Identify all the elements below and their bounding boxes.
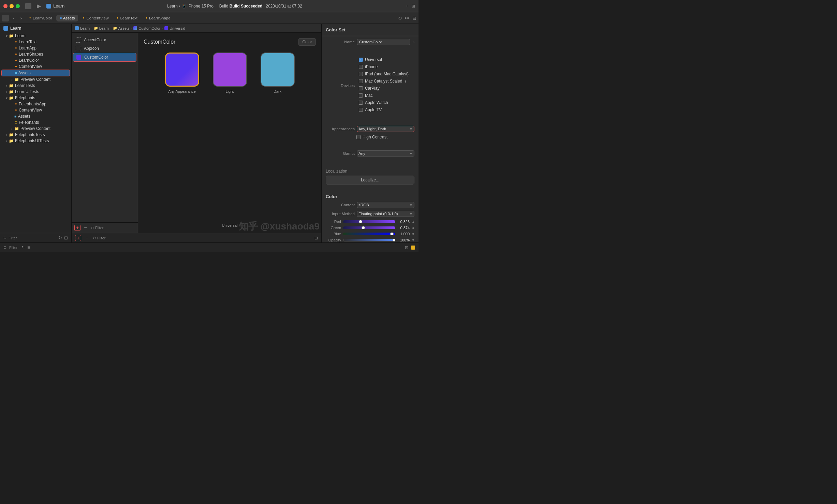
tab-learnshape[interactable]: ✦ LearnShape <box>142 15 174 21</box>
asset-item-accentcolor[interactable]: AccentColor <box>73 36 136 44</box>
checkbox-carplay[interactable] <box>359 86 363 90</box>
sidebar-item-learntests[interactable]: › 📁 LearnTests <box>1 83 70 89</box>
canvas-header: CustomColor Color <box>144 38 316 46</box>
remove-asset-button[interactable]: − <box>83 225 89 231</box>
green-stepper[interactable]: ⬍ <box>412 226 414 230</box>
inspector-toggle-icon[interactable]: ⊟ <box>412 15 416 21</box>
more-tabs-icon[interactable]: ••• <box>405 15 410 21</box>
project-nav-icon[interactable] <box>2 15 9 21</box>
color-section-title: Color <box>326 194 414 199</box>
checkbox-universal[interactable] <box>359 58 363 62</box>
breadcrumb-sep2: › <box>110 26 112 30</box>
title-bar: ▶ Learn Learn › 📱 iPhone 15 Pro Build Bu… <box>0 0 418 12</box>
tab-assets[interactable]: ■ Assets <box>56 15 78 21</box>
sidebar-item-learncolor[interactable]: ✦ LearnColor <box>1 57 70 63</box>
checkbox-iphone[interactable] <box>359 65 363 69</box>
status-add-icon[interactable]: ↻ <box>21 245 25 250</box>
sidebar-item-learn-folder[interactable]: ▾ 📁 Learn <box>1 33 70 39</box>
tab-contentview[interactable]: ✦ ContentView <box>79 15 112 21</box>
device-label-apple-watch: Apple Watch <box>365 100 388 105</box>
color-button[interactable]: Color <box>298 38 316 46</box>
breadcrumb-label-assets: Assets <box>118 26 130 30</box>
localize-button[interactable]: Localize... <box>326 176 414 184</box>
refresh-icon[interactable]: ⟲ <box>398 15 402 21</box>
maximize-button[interactable] <box>16 4 20 8</box>
opacity-slider[interactable] <box>343 239 395 241</box>
breadcrumb-item-assets[interactable]: 📁 Assets <box>113 26 130 30</box>
input-method-label: Input Method <box>326 212 355 216</box>
minimize-button[interactable] <box>10 4 14 8</box>
forward-button[interactable]: › <box>18 15 25 21</box>
sidebar-item-contentview[interactable]: ✦ ContentView <box>1 63 70 70</box>
red-slider[interactable] <box>343 220 395 223</box>
swatch-light: Light <box>213 53 247 93</box>
sidebar-label-felephantsuitests: FelephantsUITests <box>15 138 49 143</box>
tab-learcolor[interactable]: ✦ LearnColor <box>25 15 56 21</box>
breadcrumb-item-learn2[interactable]: 📁 Learn <box>94 26 109 30</box>
sidebar-settings-icon[interactable]: ⊞ <box>64 235 68 240</box>
green-value: 0.374 <box>397 226 410 230</box>
color-canvas: CustomColor Color Any Appearance Light D… <box>138 33 321 233</box>
yellow-status-icon[interactable] <box>411 246 415 250</box>
red-stepper[interactable]: ⬍ <box>412 220 414 224</box>
checkbox-mac[interactable] <box>359 93 363 98</box>
sidebar-add-icon[interactable]: ↻ <box>58 235 62 240</box>
asset-filter[interactable]: ⊙ Filter <box>91 226 103 230</box>
sidebar-item-felephants[interactable]: ▾ 📁 Felephants <box>1 95 70 101</box>
breadcrumb-item-learn1[interactable]: Learn <box>75 26 90 30</box>
bottom-add-button[interactable]: + <box>75 235 81 241</box>
swatch-light-box[interactable] <box>213 53 247 87</box>
sidebar-item-preview-content[interactable]: › 📁 Preview Content <box>1 76 70 83</box>
name-input[interactable]: CustomColor <box>357 39 410 45</box>
blue-stepper[interactable]: ⬍ <box>412 232 414 236</box>
input-method-select[interactable]: Floating point (0.0-1.0) ▼ <box>357 211 414 217</box>
high-contrast-row: High Contrast <box>356 135 414 139</box>
bottom-filter[interactable]: ⊙ Filter <box>93 236 105 240</box>
checkbox-mac-catalyst[interactable] <box>359 79 363 83</box>
swatch-any-appearance-box[interactable] <box>165 53 199 87</box>
sidebar-item-felephantstests[interactable]: › 📁 FelephantsTests <box>1 132 70 138</box>
play-button[interactable]: ▶ <box>37 3 41 9</box>
close-button[interactable] <box>3 4 8 8</box>
sidebar-item-learnuitests[interactable]: › 📁 LearnUITests <box>1 89 70 95</box>
green-slider[interactable] <box>343 226 395 229</box>
asset-item-customcolor[interactable]: CustomColor <box>73 53 136 62</box>
swatch-dark-box[interactable] <box>261 53 295 87</box>
customcolor-label: CustomColor <box>84 55 108 60</box>
sidebar-item-felephantsapp[interactable]: ✦ FelephantsApp <box>1 101 70 107</box>
sidebar-item-felephants-item[interactable]: ⊡ Felephants <box>1 119 70 125</box>
sidebar-item-learntext[interactable]: ✦ LearnText <box>1 39 70 45</box>
add-asset-button[interactable]: + <box>74 225 80 231</box>
customcolor-swatch <box>76 55 82 60</box>
status-refresh-icon[interactable]: ⊞ <box>27 245 30 250</box>
sidebar-item-assets[interactable]: ■ Assets <box>1 70 70 76</box>
sidebar-item-preview-content2[interactable]: › 📁 Preview Content <box>1 125 70 132</box>
green-label: Green <box>326 226 341 230</box>
sidebar-item-learnapp[interactable]: ✦ LearnApp <box>1 45 70 51</box>
checkbox-apple-watch[interactable] <box>359 101 363 105</box>
breadcrumb-label-learn1: Learn <box>80 26 90 30</box>
sidebar-item-learnshapes[interactable]: ✦ LearnShapes <box>1 51 70 57</box>
sidebar-toggle-icon[interactable] <box>25 3 31 9</box>
gamut-select[interactable]: Any ▼ <box>357 150 414 157</box>
sidebar-label-learn: Learn <box>15 33 26 38</box>
add-tab-button[interactable]: ＋ <box>405 3 409 9</box>
status-filter-icon: ⊙ <box>3 245 6 250</box>
tab-learntext[interactable]: ✦ LearnText <box>113 15 141 21</box>
checkbox-ipad[interactable] <box>359 72 363 76</box>
checkbox-high-contrast[interactable] <box>356 135 361 139</box>
checkbox-apple-tv[interactable] <box>359 108 363 112</box>
appearances-select[interactable]: Any, Light, Dark ▼ <box>357 126 414 132</box>
asset-item-appicon[interactable]: AppIcon <box>73 44 136 53</box>
back-button[interactable]: ‹ <box>10 15 17 21</box>
layout-toggle-icon[interactable]: ⊞ <box>412 4 415 9</box>
bottom-remove-button[interactable]: − <box>84 235 90 241</box>
opacity-stepper[interactable]: ⬍ <box>412 238 414 242</box>
sidebar-item-assets2[interactable]: ■ Assets <box>1 113 70 119</box>
sidebar-item-felephantsuitests[interactable]: › 📁 FelephantsUITests <box>1 138 70 144</box>
breadcrumb-item-customcolor[interactable]: CustomColor <box>133 26 160 30</box>
sidebar-item-contentview2[interactable]: ✦ ContentView <box>1 107 70 113</box>
breadcrumb-item-universal[interactable]: Universal <box>164 26 185 30</box>
content-select[interactable]: sRGB ▼ <box>357 202 414 208</box>
blue-slider[interactable] <box>343 233 395 235</box>
